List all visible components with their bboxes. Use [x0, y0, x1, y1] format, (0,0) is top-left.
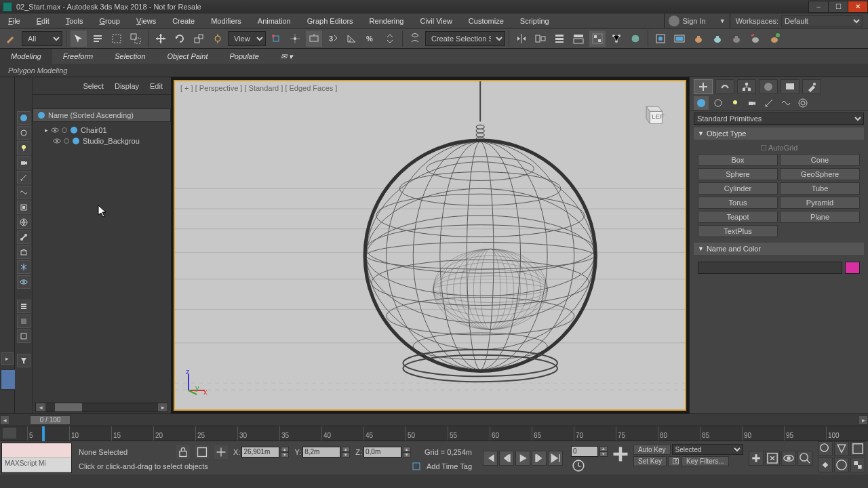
keyfilters-button[interactable]: Key Filters... [682, 456, 729, 466]
helpers-cat-icon[interactable] [762, 96, 776, 110]
lock-selection-icon[interactable] [176, 445, 190, 459]
menu-views[interactable]: Views [128, 14, 164, 28]
fov-icon[interactable] [834, 441, 849, 456]
zoom-all-icon[interactable] [818, 441, 833, 456]
scale-icon[interactable] [190, 30, 208, 47]
spinner-down-icon[interactable]: ▾ [599, 451, 608, 457]
percent-snap-icon[interactable]: % [362, 30, 380, 47]
curve-editor-icon[interactable] [589, 30, 606, 47]
angle-snap-icon[interactable] [343, 30, 361, 47]
spinner-up-icon[interactable]: ▴ [599, 446, 608, 451]
menu-edit[interactable]: Edit [28, 14, 58, 28]
scene-tab-select[interactable]: Select [83, 82, 104, 90]
named-selection-set[interactable]: Create Selection Se [425, 31, 505, 46]
filter-spacewarps-icon[interactable] [17, 186, 31, 199]
minmax-icon[interactable] [850, 458, 865, 472]
freeze-icon[interactable] [62, 127, 67, 133]
scene-header[interactable]: Name (Sorted Ascending) [33, 108, 171, 122]
spinner-down-icon[interactable]: ▾ [342, 452, 350, 458]
shapes-cat-icon[interactable] [711, 96, 726, 110]
teapot-render-icon[interactable] [690, 30, 707, 47]
autogrid-checkbox[interactable]: ☐ AutoGrid [698, 142, 860, 154]
select-by-name-icon[interactable] [89, 30, 106, 47]
material-editor-icon[interactable] [627, 30, 644, 47]
modify-tab[interactable] [715, 79, 734, 94]
move-icon[interactable] [152, 30, 170, 47]
menu-file[interactable]: File [0, 14, 28, 28]
primitive-torus[interactable]: Torus [698, 197, 778, 209]
edit-named-sel-icon[interactable] [406, 30, 424, 47]
visibility-icon[interactable] [51, 126, 59, 134]
geometry-cat-icon[interactable] [694, 96, 709, 110]
rotate-icon[interactable] [171, 30, 189, 47]
filter-container-icon[interactable] [17, 245, 31, 259]
filter-xref-icon[interactable] [17, 216, 31, 229]
workspace-select[interactable]: Default [781, 15, 863, 27]
motion-tab[interactable] [759, 79, 778, 94]
placement-icon[interactable] [209, 30, 226, 47]
maxview-icon[interactable] [850, 441, 865, 456]
spinner-up-icon[interactable]: ▴ [403, 447, 411, 452]
pan-icon[interactable] [749, 451, 764, 466]
play-icon[interactable] [515, 451, 530, 466]
primitive-tube[interactable]: Tube [780, 182, 860, 195]
time-slider-knob[interactable]: 0 / 100 [30, 415, 71, 425]
manipulate-icon[interactable] [286, 30, 304, 47]
spacewarps-cat-icon[interactable] [778, 96, 793, 110]
freeze-icon[interactable] [64, 138, 69, 144]
minimize-button[interactable]: – [808, 1, 829, 13]
zoom-extents-icon[interactable] [765, 451, 780, 466]
filter-shapes-icon[interactable] [17, 126, 31, 140]
window-crossing-icon[interactable] [127, 30, 144, 47]
viewcube[interactable]: LEFT [640, 102, 665, 126]
filter-frozen-icon[interactable] [17, 260, 31, 274]
filter-geometry-icon[interactable] [17, 111, 31, 125]
key-mode-icon[interactable] [610, 444, 631, 472]
rollup-objecttype[interactable]: ▼Object Type [694, 127, 864, 140]
menu-scripting[interactable]: Scripting [512, 14, 557, 28]
render-prod-icon[interactable] [766, 30, 783, 47]
keyboard-shortcut-icon[interactable] [305, 30, 323, 47]
pivot-icon[interactable] [267, 30, 285, 47]
menu-customize[interactable]: Customize [460, 14, 512, 28]
primitive-box[interactable]: Box [698, 154, 778, 166]
scene-tab-display[interactable]: Display [115, 82, 139, 90]
object-name-input[interactable] [698, 262, 842, 274]
primitive-geosphere[interactable]: GeoSphere [780, 168, 860, 180]
teapot4-icon[interactable] [747, 30, 764, 47]
toggle-ribbon-icon[interactable] [570, 30, 587, 47]
select-object-icon[interactable] [70, 30, 87, 47]
tab-modeling[interactable]: Modeling [0, 49, 52, 64]
tab-envelope-icon[interactable]: ✉ ▾ [270, 49, 304, 64]
filter-groups-icon[interactable] [17, 201, 31, 214]
goto-start-icon[interactable] [483, 451, 498, 466]
scroll-left-icon[interactable]: ◂ [36, 403, 45, 411]
tab-selection[interactable]: Selection [104, 49, 156, 64]
rollup-namecolor[interactable]: ▼Name and Color [694, 243, 864, 255]
goto-end-icon[interactable] [548, 451, 563, 466]
key-icon[interactable]: ⚿ [668, 456, 680, 466]
viewport[interactable]: [ + ] [ Perspective ] [ Standard ] [ Edg… [174, 80, 686, 411]
brush-icon[interactable] [3, 30, 20, 47]
orbit-icon[interactable] [781, 451, 796, 466]
selection-filter[interactable]: All [22, 31, 62, 46]
teapot2-icon[interactable] [709, 30, 726, 47]
scene-item-chair[interactable]: ▸ Chair01 [34, 125, 170, 136]
slider-left-icon[interactable]: ◂ [0, 415, 9, 425]
filter-bone-icon[interactable] [17, 230, 31, 244]
visibility-icon[interactable] [53, 137, 61, 145]
schematic-view-icon[interactable] [608, 30, 625, 47]
funnel-icon[interactable] [17, 354, 31, 367]
display-none-icon[interactable] [17, 314, 31, 328]
viewport-label[interactable]: [ + ] [ Perspective ] [ Standard ] [ Edg… [180, 84, 337, 92]
close-button[interactable]: ✕ [848, 1, 868, 13]
next-frame-icon[interactable] [532, 451, 547, 466]
sign-in[interactable]: Sign In ▼ [664, 14, 729, 28]
filter-helpers-icon[interactable] [17, 171, 31, 184]
frame-input[interactable] [571, 446, 598, 457]
keymode-select[interactable]: Selected [672, 444, 743, 455]
ref-coord-select[interactable]: View [228, 31, 266, 46]
scroll-right-icon[interactable]: ▸ [158, 403, 167, 411]
spinner-down-icon[interactable]: ▾ [403, 452, 411, 458]
scroll-thumb[interactable] [55, 403, 82, 411]
